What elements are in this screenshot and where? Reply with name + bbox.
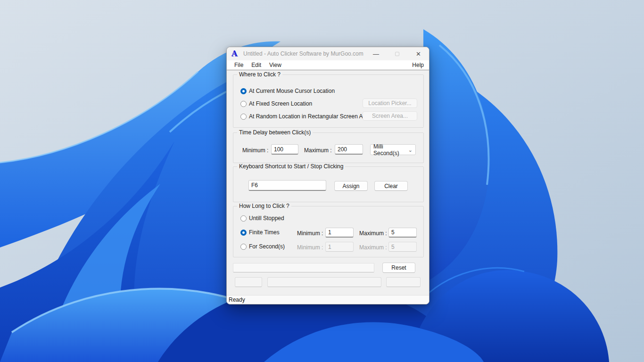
radio-for-seconds[interactable]: For Second(s)	[240, 243, 285, 250]
radio-current-mouse-location[interactable]: At Current Mouse Cursor Location	[240, 87, 335, 95]
radio-finite-times[interactable]: Finite Times	[240, 229, 280, 236]
hidden-button-right	[386, 277, 421, 287]
menu-file[interactable]: File	[231, 62, 247, 68]
menubar: File Edit View Help	[227, 60, 429, 70]
menu-help[interactable]: Help	[411, 62, 425, 68]
close-button[interactable]: ✕	[408, 47, 429, 60]
finite-minimum-input[interactable]	[325, 228, 354, 238]
radio-label: Finite Times	[249, 229, 280, 236]
chevron-down-icon: ⌄	[408, 148, 413, 152]
duration-group-title: How Long to Click ?	[237, 203, 291, 209]
delay-maximum-label: Maximum :	[304, 147, 332, 154]
where-to-click-group: Where to Click ? At Current Mouse Cursor…	[233, 74, 424, 128]
delay-group-title: Time Delay between Click(s)	[237, 129, 313, 136]
statusbar: Ready	[227, 295, 429, 304]
seconds-maximum-label: Maximum :	[359, 244, 387, 251]
maximize-button	[387, 47, 408, 60]
radio-selected-icon	[240, 230, 247, 236]
desktop: A Untitled - Auto Clicker Software by Mu…	[0, 0, 644, 362]
radio-fixed-screen-location[interactable]: At Fixed Screen Location	[240, 100, 312, 107]
menu-view[interactable]: View	[265, 62, 285, 68]
radio-label: At Fixed Screen Location	[249, 100, 312, 107]
assign-button[interactable]: Assign	[334, 181, 368, 191]
radio-label: For Second(s)	[249, 243, 285, 250]
radio-selected-icon	[240, 88, 247, 94]
auto-clicker-window: A Untitled - Auto Clicker Software by Mu…	[226, 47, 429, 304]
delay-minimum-label: Minimum :	[242, 147, 268, 154]
finite-minimum-label: Minimum :	[297, 230, 323, 237]
menu-edit[interactable]: Edit	[248, 62, 265, 68]
keyboard-shortcut-group: Keyboard Shortcut to Start / Stop Clicki…	[233, 166, 424, 202]
hidden-button-left	[235, 277, 262, 287]
how-long-group: How Long to Click ? Untill Stopped Finit…	[233, 206, 424, 257]
delay-maximum-input[interactable]	[335, 144, 363, 155]
finite-maximum-input[interactable]	[388, 228, 417, 238]
seconds-minimum-label: Minimum :	[297, 244, 323, 251]
radio-label: At Random Location in Rectangular Screen…	[249, 113, 371, 120]
finite-maximum-label: Maximum :	[359, 230, 387, 237]
shortcut-group-title: Keyboard Shortcut to Start / Stop Clicki…	[237, 163, 345, 170]
reset-button[interactable]: Reset	[382, 263, 415, 273]
seconds-maximum-input	[388, 242, 417, 252]
radio-until-stopped[interactable]: Untill Stopped	[240, 214, 284, 222]
location-picker-button: Location Picker...	[363, 99, 417, 108]
where-group-title: Where to Click ?	[237, 71, 282, 78]
progress-field	[233, 263, 374, 272]
radio-unselected-icon	[240, 215, 247, 222]
app-icon: A	[231, 50, 239, 58]
titlebar[interactable]: A Untitled - Auto Clicker Software by Mu…	[227, 47, 429, 60]
time-delay-group: Time Delay between Click(s) Minimum : Ma…	[233, 132, 424, 163]
time-unit-dropdown[interactable]: Milli Second(s) ⌄	[370, 144, 416, 155]
window-controls: — ✕	[365, 47, 429, 60]
seconds-minimum-input	[325, 242, 354, 252]
delay-minimum-input[interactable]	[271, 144, 298, 155]
radio-unselected-icon	[240, 101, 247, 107]
time-unit-value: Milli Second(s)	[373, 143, 408, 156]
radio-unselected-icon	[240, 114, 247, 120]
maximize-icon	[395, 52, 399, 56]
hidden-field-center	[267, 277, 381, 287]
screen-area-button: Screen Area...	[363, 111, 417, 121]
window-title: Untitled - Auto Clicker Software by MurG…	[243, 50, 363, 57]
radio-random-location[interactable]: At Random Location in Rectangular Screen…	[240, 113, 371, 120]
status-text: Ready	[229, 296, 245, 303]
radio-label: At Current Mouse Cursor Location	[249, 88, 335, 94]
radio-unselected-icon	[240, 244, 247, 250]
radio-label: Untill Stopped	[249, 215, 284, 222]
clear-button[interactable]: Clear	[374, 181, 408, 191]
shortcut-key-input[interactable]	[248, 180, 326, 191]
minimize-button[interactable]: —	[365, 47, 387, 60]
